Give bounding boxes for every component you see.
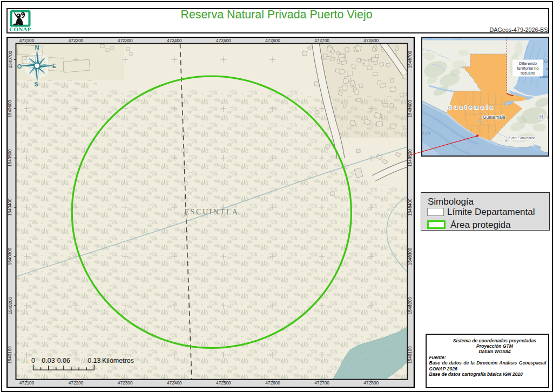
- svg-text:1540600: 1540600: [8, 100, 13, 118]
- svg-text:ESCUINTLA: ESCUINTLA: [184, 207, 239, 215]
- svg-text:E: E: [52, 63, 56, 69]
- svg-text:N: N: [35, 44, 39, 50]
- svg-text:0.03: 0.03: [42, 357, 55, 364]
- svg-text:1540600: 1540600: [407, 100, 413, 118]
- svg-text:1540100: 1540100: [407, 346, 413, 364]
- svg-text:1540200: 1540200: [407, 296, 413, 314]
- svg-text:u: u: [545, 66, 548, 71]
- svg-text:472600: 472600: [265, 38, 280, 43]
- svg-text:territorial no: territorial no: [517, 66, 538, 71]
- svg-text:1540100: 1540100: [8, 346, 13, 364]
- svg-text:1540500: 1540500: [407, 149, 413, 167]
- svg-text:San Salvador: San Salvador: [509, 136, 535, 140]
- svg-text:0: 0: [31, 357, 35, 364]
- svg-text:1540400: 1540400: [8, 198, 13, 216]
- svg-text:1540200: 1540200: [8, 296, 13, 314]
- svg-text:S: S: [35, 81, 38, 87]
- svg-text:0.13: 0.13: [87, 357, 100, 364]
- svg-text:Guatemala: Guatemala: [448, 105, 495, 110]
- svg-text:472700: 472700: [314, 380, 329, 386]
- svg-text:1540300: 1540300: [407, 247, 413, 265]
- svg-text:721: 721: [422, 131, 431, 136]
- svg-text:472500: 472500: [216, 38, 231, 43]
- svg-text:Guatemala: Guatemala: [483, 114, 505, 120]
- svg-text:472100: 472100: [19, 380, 35, 386]
- svg-text:Diferendo: Diferendo: [519, 61, 537, 66]
- svg-text:resuelto: resuelto: [520, 71, 535, 76]
- svg-text:1540700: 1540700: [407, 50, 413, 68]
- svg-text:472100: 472100: [19, 38, 35, 43]
- svg-text:1540500: 1540500: [8, 149, 13, 167]
- svg-text:472400: 472400: [167, 38, 182, 43]
- svg-text:472700: 472700: [314, 38, 329, 43]
- svg-text:Kilómetros: Kilómetros: [102, 357, 134, 364]
- svg-text:472800: 472800: [363, 38, 379, 43]
- svg-text:0.06: 0.06: [57, 357, 70, 364]
- svg-text:1540400: 1540400: [407, 198, 413, 216]
- svg-text:472500: 472500: [216, 380, 231, 386]
- svg-text:1540700: 1540700: [8, 50, 13, 68]
- svg-text:O: O: [17, 63, 22, 69]
- svg-text:1540300: 1540300: [8, 247, 13, 265]
- svg-text:Ho: Ho: [539, 114, 549, 120]
- svg-text:472200: 472200: [69, 38, 84, 43]
- svg-text:472300: 472300: [118, 38, 133, 43]
- svg-text:472200: 472200: [69, 380, 84, 386]
- svg-text:472800: 472800: [363, 380, 379, 386]
- svg-text:472300: 472300: [118, 380, 133, 386]
- svg-text:472600: 472600: [265, 380, 280, 386]
- svg-text:472400: 472400: [167, 380, 182, 386]
